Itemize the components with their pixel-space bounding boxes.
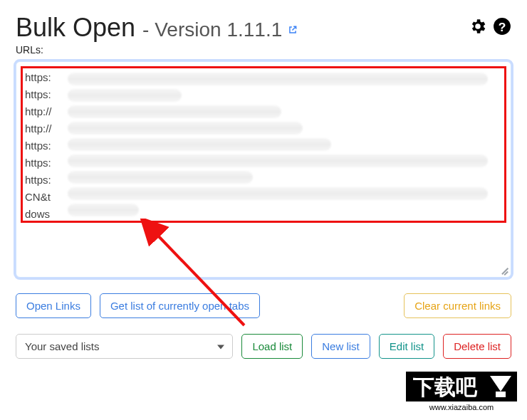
svg-rect-3 [406, 372, 517, 401]
load-list-button[interactable]: Load list [241, 334, 303, 359]
new-list-button[interactable]: New list [311, 334, 370, 359]
svg-text:www.xiazaiba.com: www.xiazaiba.com [429, 403, 494, 411]
clear-links-button[interactable]: Clear current links [404, 293, 511, 318]
svg-rect-5 [496, 392, 506, 397]
delete-list-button[interactable]: Delete list [443, 334, 511, 359]
header-icons: ? [469, 17, 511, 38]
svg-text:下载吧: 下载吧 [412, 375, 478, 399]
app-version: - Version 1.11.1 [142, 19, 298, 41]
get-open-tabs-button[interactable]: Get list of currently open tabs [100, 293, 260, 318]
urls-label: URLs: [16, 44, 511, 56]
open-links-button[interactable]: Open Links [16, 293, 91, 318]
edit-list-button[interactable]: Edit list [379, 334, 434, 359]
header: Bulk Open - Version 1.11.1 ? [16, 13, 511, 43]
svg-text:?: ? [499, 20, 506, 34]
app-title: Bulk Open [16, 13, 135, 43]
title-block: Bulk Open - Version 1.11.1 [16, 13, 298, 43]
external-link-icon[interactable] [288, 25, 298, 37]
action-row-1: Open Links Get list of currently open ta… [16, 293, 511, 318]
url-textarea-container [16, 61, 511, 278]
gear-icon[interactable] [469, 17, 487, 38]
url-textarea[interactable] [19, 65, 508, 271]
watermark-logo: 下载吧 www.xiazaiba.com [405, 370, 518, 413]
action-row-2: Your saved lists Load list New list Edit… [16, 334, 511, 359]
saved-lists-select[interactable]: Your saved lists [16, 334, 233, 359]
help-icon[interactable]: ? [493, 17, 511, 38]
saved-lists-select-wrap[interactable]: Your saved lists [16, 334, 233, 359]
